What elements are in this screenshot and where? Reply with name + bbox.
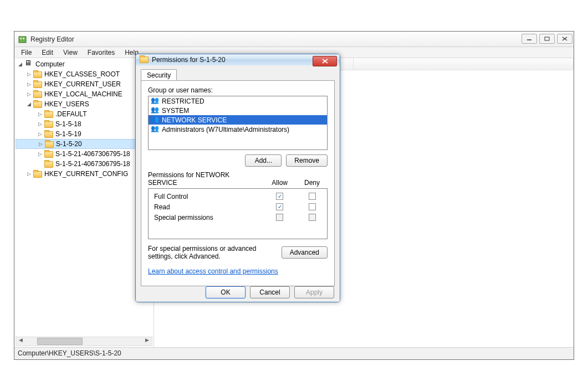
dialog-body: Security Group or user names: RESTRICTED… [136, 65, 340, 286]
minimize-button[interactable] [521, 34, 537, 44]
tree-item[interactable]: ▷ HKEY_CLASSES_ROOT [16, 69, 154, 79]
tree-item-label: S-1-5-21-4067306795-18 [55, 150, 130, 158]
close-button[interactable] [557, 34, 572, 44]
tab-page-security: Group or user names: RESTRICTED SYSTEM N… [141, 80, 335, 286]
statusbar: Computer\HKEY_USERS\S-1-5-20 [14, 347, 574, 359]
folder-icon [140, 55, 149, 64]
users-icon [151, 116, 160, 124]
scroll-thumb[interactable] [37, 338, 83, 345]
folder-icon [33, 100, 42, 108]
list-item[interactable]: Administrators (W7Ultimate\Administrator… [149, 125, 327, 134]
tree-item[interactable]: ▷ S-1-5-18 [16, 119, 154, 129]
tree-item[interactable]: ▷ HKEY_LOCAL_MACHINE [16, 89, 154, 99]
cancel-button[interactable]: Cancel [250, 286, 290, 298]
expander-spacer: ▷ [37, 161, 43, 167]
scroll-right-icon[interactable]: ▶ [142, 337, 152, 345]
tree-item-label: HKEY_CURRENT_USER [44, 80, 121, 88]
svg-rect-0 [19, 37, 26, 43]
dialog-footer: OK Cancel Apply [136, 286, 340, 302]
expander-icon[interactable]: ▷ [37, 141, 44, 147]
allow-checkbox[interactable]: ✓ [276, 193, 283, 200]
status-path: Computer\HKEY_USERS\S-1-5-20 [18, 349, 121, 357]
tab-strip: Security [141, 69, 335, 81]
allow-checkbox [276, 214, 283, 221]
tree-item-selected[interactable]: ▷ S-1-5-20 [16, 139, 154, 149]
principal-label: RESTRICTED [162, 97, 204, 105]
expander-icon[interactable]: ▷ [37, 111, 43, 117]
tree-item-label: HKEY_CLASSES_ROOT [44, 70, 120, 78]
column-header-empty[interactable] [354, 58, 574, 70]
perm-name: Read [154, 203, 170, 211]
list-item[interactable]: SYSTEM [149, 106, 327, 115]
tree-root-label: Computer [35, 60, 65, 68]
tree-item-label: .DEFAULT [55, 110, 86, 118]
remove-button[interactable]: Remove [286, 154, 328, 167]
list-item-selected[interactable]: NETWORK SERVICE [149, 115, 327, 125]
tree-item[interactable]: ▷ S-1-5-19 [16, 129, 154, 139]
expander-icon[interactable]: ▷ [25, 171, 32, 177]
svg-rect-1 [20, 38, 22, 39]
expander-icon[interactable]: ▷ [25, 71, 32, 77]
tree-item-label: S-1-5-20 [55, 140, 82, 148]
users-icon [151, 97, 160, 105]
scroll-left-icon[interactable]: ◀ [16, 337, 25, 345]
principal-label: SYSTEM [162, 107, 189, 115]
menu-edit[interactable]: Edit [37, 48, 58, 57]
ok-button[interactable]: OK [206, 286, 246, 298]
tree-pane[interactable]: ◢ Computer ▷ HKEY_CLASSES_ROOT ▷ HKEY_CU… [14, 58, 154, 347]
deny-checkbox [309, 214, 316, 221]
folder-icon [44, 130, 53, 138]
menu-favorites[interactable]: Favorites [83, 48, 119, 57]
expander-icon[interactable]: ▷ [25, 91, 32, 97]
expander-icon[interactable]: ▷ [37, 131, 43, 137]
expander-icon[interactable]: ▷ [37, 151, 43, 157]
menu-view[interactable]: View [59, 48, 82, 57]
deny-checkbox[interactable] [309, 193, 316, 200]
tree-item-label: HKEY_LOCAL_MACHINE [44, 90, 122, 98]
tree-root[interactable]: ◢ Computer [16, 59, 154, 69]
col-deny: Deny [304, 179, 320, 187]
users-icon [151, 126, 160, 133]
list-item[interactable]: RESTRICTED [149, 96, 327, 106]
perm-name: Full Control [154, 193, 188, 200]
folder-icon [33, 70, 42, 78]
add-button[interactable]: Add... [245, 154, 282, 167]
dialog-titlebar[interactable]: Permissions for S-1-5-20 [136, 54, 340, 65]
principal-label: Administrators (W7Ultimate\Administrator… [162, 126, 289, 133]
expander-icon[interactable]: ◢ [17, 61, 23, 67]
tree-item[interactable]: ▷ S-1-5-21-4067306795-18 [16, 159, 154, 169]
principal-buttons: Add... Remove [148, 154, 328, 167]
advanced-button[interactable]: Advanced [282, 246, 328, 259]
allow-checkbox[interactable]: ✓ [276, 203, 283, 210]
window-controls [521, 34, 572, 44]
horizontal-scrollbar[interactable]: ◀ ▶ [16, 337, 152, 346]
tree-item[interactable]: ▷ HKEY_CURRENT_CONFIG [16, 169, 154, 179]
permissions-dialog: Permissions for S-1-5-20 Security Group … [135, 54, 340, 302]
expander-icon[interactable]: ▷ [25, 81, 32, 87]
deny-checkbox[interactable] [309, 203, 316, 210]
principal-label: NETWORK SERVICE [162, 116, 227, 124]
window-title: Registry Editor [30, 35, 74, 43]
registry-tree: ◢ Computer ▷ HKEY_CLASSES_ROOT ▷ HKEY_CU… [14, 58, 154, 179]
perm-name: Special permissions [154, 214, 213, 221]
folder-icon [44, 120, 53, 128]
tree-item-users[interactable]: ◢ HKEY_USERS [16, 99, 154, 109]
folder-icon [45, 140, 54, 148]
maximize-button[interactable] [539, 34, 555, 44]
menu-file[interactable]: File [17, 48, 36, 57]
expander-icon[interactable]: ◢ [25, 101, 32, 107]
folder-icon [33, 90, 42, 98]
expander-icon[interactable]: ▷ [37, 121, 43, 127]
tree-item[interactable]: ▷ .DEFAULT [16, 109, 154, 119]
principals-listbox[interactable]: RESTRICTED SYSTEM NETWORK SERVICE Admini… [148, 96, 328, 150]
col-allow: Allow [272, 179, 288, 187]
apply-button[interactable]: Apply [294, 286, 334, 298]
users-icon [151, 107, 160, 115]
learn-link[interactable]: Learn about access control and permissio… [148, 267, 278, 275]
tree-item[interactable]: ▷ S-1-5-21-4067306795-18 [16, 149, 154, 159]
tree-item[interactable]: ▷ HKEY_CURRENT_USER [16, 79, 154, 89]
permissions-header: Permissions for NETWORK SERVICE Allow De… [148, 171, 328, 187]
perm-row: Full Control ✓ [154, 191, 321, 202]
tree-item-label: HKEY_USERS [44, 100, 89, 108]
tab-security[interactable]: Security [141, 69, 177, 81]
